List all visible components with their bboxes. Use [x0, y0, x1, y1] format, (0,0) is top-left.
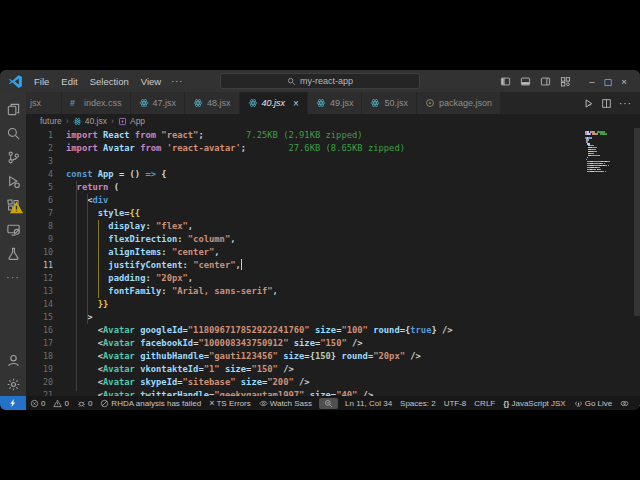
activitybar-search-icon[interactable]	[0, 121, 26, 145]
status-utf-8[interactable]: UTF-8	[440, 399, 471, 408]
code-line[interactable]: 9 flexDirection: "column",	[26, 233, 640, 246]
close-button[interactable]: ×	[616, 76, 632, 87]
close-icon: ×	[209, 398, 214, 408]
code-line[interactable]: 14 }}	[26, 298, 640, 311]
lightning-icon	[8, 398, 18, 408]
code-line[interactable]: 12 padding: "20px",	[26, 272, 640, 285]
status-javascript-jsx[interactable]: {}JavaScript JSX	[499, 399, 569, 408]
line-number: 5	[26, 181, 66, 194]
vertical-scrollbar[interactable]	[634, 128, 640, 316]
code-editor[interactable]: 1import React from "react"; 7.25KB (2.91…	[26, 128, 640, 396]
activitybar-remote-explorer-icon[interactable]	[0, 217, 26, 241]
activitybar-test-beaker-icon[interactable]	[0, 241, 26, 265]
code-line[interactable]: 13 fontFamily: "Arial, sans-serif",	[26, 285, 640, 298]
status-0[interactable]: 0	[49, 399, 72, 408]
settings-gear-icon	[6, 377, 21, 392]
tab-package.json[interactable]: package.json	[417, 92, 501, 114]
code-line[interactable]: 11 justifyContent: "center",	[26, 259, 640, 272]
tab-47.jsx[interactable]: 47.jsx	[131, 92, 186, 114]
run-button-icon[interactable]	[583, 98, 594, 109]
code-line[interactable]: 16 <Avatar googleId="1180967178529222417…	[26, 324, 640, 337]
tab-close-icon[interactable]: ×	[293, 98, 299, 109]
code-line[interactable]: 18 <Avatar githubHandle="gauti123456" si…	[26, 350, 640, 363]
activitybar-account-icon[interactable]	[0, 348, 26, 372]
minimap[interactable]	[585, 131, 615, 173]
split-editor-icon[interactable]	[601, 98, 612, 109]
screen-background: { "titlebar": { "menus": ["File", "Edit"…	[0, 0, 640, 480]
code-line[interactable]: 4const App = () => {	[26, 168, 640, 181]
tab-50.jsx[interactable]: 50.jsx	[362, 92, 417, 114]
magnifier-icon	[324, 399, 333, 408]
status-circles-icon[interactable]	[616, 399, 633, 408]
activitybar-settings-gear-icon[interactable]	[0, 372, 26, 396]
code-line[interactable]: 19 <Avatar vkontakteId="1" size="150" />	[26, 363, 640, 376]
line-number: 7	[26, 207, 66, 220]
code-line[interactable]: 21 <Avatar twitterHandle="geekygautam199…	[26, 389, 640, 396]
code-line[interactable]: 7 style={{	[26, 207, 640, 220]
toggle-panel-icon[interactable]	[520, 76, 531, 87]
circles-icon	[620, 399, 629, 408]
tab-index.css[interactable]: #index.css	[62, 92, 131, 114]
more-actions-icon[interactable]: ···	[619, 98, 632, 109]
menu-selection[interactable]: Selection	[85, 75, 134, 88]
tab-49.jsx[interactable]: 49.jsx	[308, 92, 363, 114]
status-ln-11-col-34[interactable]: Ln 11, Col 34	[341, 399, 396, 408]
activitybar-run-debug-icon[interactable]	[0, 169, 26, 193]
code-line[interactable]: 10 alignItems: "center",	[26, 246, 640, 259]
line-number: 16	[26, 324, 66, 337]
code-line[interactable]: 6 <div	[26, 194, 640, 207]
status-0[interactable]: 0	[26, 399, 49, 408]
code-line[interactable]: 5 return (	[26, 181, 640, 194]
command-search-box[interactable]: my-react-app	[220, 73, 420, 89]
toggle-sidebar-icon[interactable]	[500, 76, 511, 87]
status-prettier[interactable]: Prettier	[633, 399, 640, 408]
menu-more-button[interactable]: ···	[166, 75, 188, 87]
breadcrumb-item[interactable]: 40.jsx	[73, 116, 107, 126]
menu-file[interactable]: File	[29, 75, 54, 88]
tab-48.jsx[interactable]: 48.jsx	[185, 92, 240, 114]
status-0[interactable]: 0	[73, 399, 96, 408]
status-ts-errors[interactable]: ×TS Errors	[205, 398, 255, 408]
code-line[interactable]: 17 <Avatar facebookId="100008343750912" …	[26, 337, 640, 350]
code-line[interactable]: 15 >	[26, 311, 640, 324]
customize-layout-icon[interactable]	[560, 76, 571, 87]
code-line[interactable]: 8 display: "flex",	[26, 220, 640, 233]
status-watch-sass[interactable]: Watch Sass	[255, 399, 316, 408]
restore-button[interactable]: ▢	[600, 76, 616, 87]
activitybar-more-icon[interactable]: ···	[0, 265, 26, 289]
code-line[interactable]: 20 <Avatar skypeId="sitebase" size="200"…	[26, 376, 640, 389]
code-line[interactable]: 2import Avatar from 'react-avatar'; 27.6…	[26, 142, 640, 155]
remote-indicator[interactable]	[0, 396, 26, 410]
code-line[interactable]: 1import React from "react"; 7.25KB (2.91…	[26, 129, 640, 142]
warning-badge-icon	[9, 200, 24, 215]
tab-partial[interactable]: jsx	[26, 92, 62, 114]
menu-edit[interactable]: Edit	[56, 75, 82, 88]
search-value: my-react-app	[300, 76, 353, 86]
react-icon	[316, 98, 326, 108]
editor-group: jsx#index.css47.jsx48.jsx40.jsx×49.jsx50…	[26, 92, 640, 396]
status-rhda-analysis-has-failed[interactable]: RHDA analysis has failed	[96, 399, 205, 408]
activitybar-source-control-icon[interactable]	[0, 145, 26, 169]
line-number: 19	[26, 363, 66, 376]
status-magnifier-icon[interactable]	[319, 398, 338, 409]
menu-view[interactable]: View	[136, 75, 166, 88]
line-number: 21	[26, 389, 66, 396]
status-spaces-2[interactable]: Spaces: 2	[396, 399, 440, 408]
line-number: 11	[26, 259, 66, 272]
code-lines: 1import React from "react"; 7.25KB (2.91…	[26, 129, 640, 396]
activitybar-extensions-icon[interactable]	[0, 193, 26, 217]
npm-icon	[425, 98, 435, 108]
broadcast-icon	[574, 399, 583, 408]
breadcrumb-item[interactable]: App	[118, 116, 145, 126]
status-crlf[interactable]: CRLF	[470, 399, 499, 408]
tab-40.jsx[interactable]: 40.jsx×	[240, 92, 308, 114]
code-line[interactable]: 3	[26, 155, 640, 168]
status-go-live[interactable]: Go Live	[570, 399, 617, 408]
main-area: ··· jsx#index.css47.jsx48.jsx40.jsx×49.j…	[0, 92, 640, 396]
breadcrumb-item[interactable]: future	[40, 116, 62, 126]
line-number: 3	[26, 155, 66, 168]
activitybar-explorer-icon[interactable]	[0, 97, 26, 121]
line-number: 2	[26, 142, 66, 155]
minimize-button[interactable]: –	[584, 76, 600, 87]
toggle-secondary-sidebar-icon[interactable]	[540, 76, 551, 87]
